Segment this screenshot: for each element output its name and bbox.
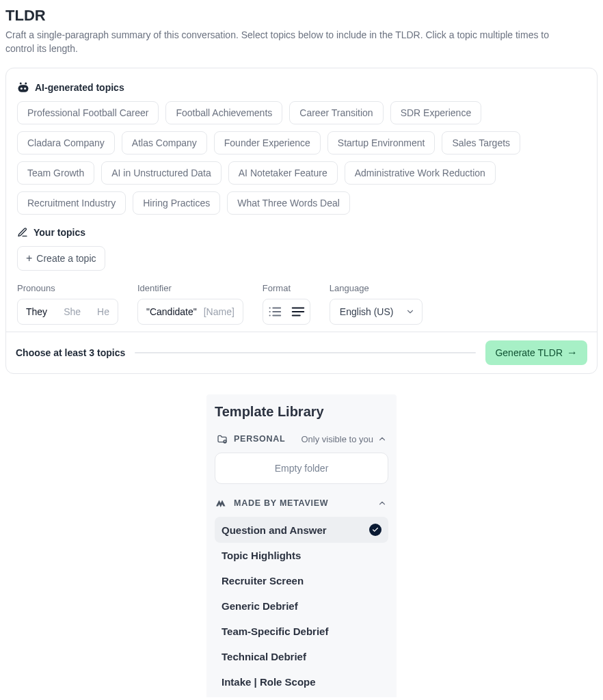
ai-topic-chip[interactable]: Team Growth xyxy=(17,161,94,185)
pronoun-option[interactable]: She xyxy=(55,299,89,324)
tldr-config-card: AI-generated topics Professional Footbal… xyxy=(5,68,598,374)
ai-topic-chip[interactable]: Atlas Company xyxy=(122,131,207,154)
generate-tldr-button[interactable]: Generate TLDR → xyxy=(485,340,587,365)
ai-topic-chip[interactable]: Founder Experience xyxy=(214,131,321,154)
pronoun-option[interactable]: He xyxy=(89,299,118,324)
format-segmented xyxy=(263,299,310,325)
chevron-down-icon xyxy=(405,307,415,317)
ai-topic-chip[interactable]: Cladara Company xyxy=(17,131,115,154)
identifier-label: Identifier xyxy=(137,283,243,293)
template-item[interactable]: Intake | Role Scope xyxy=(215,669,388,695)
metaview-section-header[interactable]: MADE BY METAVIEW xyxy=(215,494,388,513)
svg-point-9 xyxy=(269,315,270,317)
page-subtitle: Craft a single-paragraph summary of this… xyxy=(5,29,580,55)
ai-topic-chip[interactable]: AI Notetaker Feature xyxy=(228,161,338,185)
chevron-up-icon xyxy=(377,434,387,444)
identifier-group: Identifier "Candidate" [Name] xyxy=(137,283,243,325)
template-item[interactable]: Recruiter Screen xyxy=(215,568,388,593)
template-item-label: Team-Specific Debrief xyxy=(222,625,328,637)
template-item[interactable]: Technical Debrief xyxy=(215,644,388,669)
ai-topic-chip[interactable]: AI in Unstructured Data xyxy=(101,161,222,185)
ai-topic-chip[interactable]: SDR Experience xyxy=(390,101,482,124)
template-item-label: Topic Highlights xyxy=(222,550,301,561)
ai-topic-chip[interactable]: Administrative Work Reduction xyxy=(345,161,496,185)
create-topic-button[interactable]: + Create a topic xyxy=(17,246,105,271)
language-label: Language xyxy=(330,283,423,293)
pronoun-option[interactable]: They xyxy=(18,299,55,324)
identifier-box[interactable]: "Candidate" [Name] xyxy=(137,299,243,325)
library-wrap: Template Library PERSONAL Only visible t… xyxy=(5,394,598,697)
chevron-up-icon xyxy=(377,498,387,508)
svg-point-3 xyxy=(21,88,23,90)
progress-track xyxy=(135,352,476,353)
metaview-icon xyxy=(216,498,228,509)
template-library-panel: Template Library PERSONAL Only visible t… xyxy=(206,394,397,697)
ai-topic-chip[interactable]: Sales Targets xyxy=(442,131,520,154)
template-item-label: Technical Debrief xyxy=(222,651,306,662)
library-title: Template Library xyxy=(215,404,388,420)
svg-point-4 xyxy=(24,88,26,90)
pronouns-label: Pronouns xyxy=(17,283,118,293)
ai-topic-chip[interactable]: Career Transition xyxy=(289,101,383,124)
folder-user-icon xyxy=(216,433,228,444)
ai-topics-list: Professional Football CareerFootball Ach… xyxy=(17,101,586,215)
svg-marker-15 xyxy=(216,500,226,508)
plus-icon: + xyxy=(26,252,32,265)
card-footer: Choose at least 3 topics Generate TLDR → xyxy=(6,332,597,373)
ai-topic-chip[interactable]: Recruitment Industry xyxy=(17,191,126,215)
your-topics-header: Your topics xyxy=(17,227,586,238)
page-title: TLDR xyxy=(5,7,598,25)
ai-topics-label: AI-generated topics xyxy=(35,82,124,93)
template-item-label: Intake | Role Scope xyxy=(222,676,316,688)
robot-icon xyxy=(17,82,29,93)
ai-topics-header: AI-generated topics xyxy=(17,82,586,93)
controls-row: Pronouns TheySheHe Identifier "Candidate… xyxy=(17,283,586,325)
your-topics-label: Your topics xyxy=(34,227,85,238)
svg-point-1 xyxy=(25,83,27,85)
template-item[interactable]: Team-Specific Debrief xyxy=(215,619,388,644)
footer-hint: Choose at least 3 topics xyxy=(16,347,125,358)
format-bulleted-button[interactable] xyxy=(263,299,286,324)
ai-topic-chip[interactable]: Hiring Practices xyxy=(133,191,220,215)
pencil-icon xyxy=(17,227,28,238)
personal-visibility: Only visible to you xyxy=(302,434,374,444)
pronouns-group: Pronouns TheySheHe xyxy=(17,283,118,325)
template-item-label: Recruiter Screen xyxy=(222,575,304,587)
ai-topic-chip[interactable]: Football Achievements xyxy=(165,101,282,124)
language-select[interactable]: English (US) xyxy=(330,299,423,325)
personal-label: PERSONAL xyxy=(234,434,285,444)
personal-section-header[interactable]: PERSONAL Only visible to you xyxy=(215,429,388,448)
create-topic-label: Create a topic xyxy=(36,253,96,264)
template-item-label: Question and Answer xyxy=(222,524,327,536)
svg-point-7 xyxy=(269,311,270,312)
ai-topic-chip[interactable]: Startup Environment xyxy=(327,131,436,154)
language-value: English (US) xyxy=(340,306,394,317)
svg-rect-2 xyxy=(18,85,29,92)
format-paragraph-button[interactable] xyxy=(286,299,310,324)
template-item[interactable]: Generic Debrief xyxy=(215,593,388,619)
identifier-candidate: "Candidate" xyxy=(146,306,197,317)
svg-point-5 xyxy=(269,308,270,309)
check-icon xyxy=(369,524,381,536)
template-item[interactable]: Topic Highlights xyxy=(215,543,388,568)
format-label: Format xyxy=(263,283,310,293)
metaview-label: MADE BY METAVIEW xyxy=(234,498,328,508)
template-list: Question and AnswerTopic HighlightsRecru… xyxy=(215,517,388,695)
generate-tldr-label: Generate TLDR xyxy=(495,347,563,358)
format-group: Format xyxy=(263,283,310,325)
language-group: Language English (US) xyxy=(330,283,423,325)
template-item-label: Generic Debrief xyxy=(222,600,298,612)
template-item[interactable]: Question and Answer xyxy=(215,517,388,543)
ai-topic-chip[interactable]: Professional Football Career xyxy=(17,101,159,124)
personal-empty-folder: Empty folder xyxy=(215,453,388,484)
pronouns-segmented: TheySheHe xyxy=(17,299,118,325)
arrow-right-icon: → xyxy=(567,347,578,358)
identifier-name: [Name] xyxy=(204,306,234,317)
svg-point-0 xyxy=(20,83,22,85)
ai-topic-chip[interactable]: What Three Words Deal xyxy=(227,191,350,215)
